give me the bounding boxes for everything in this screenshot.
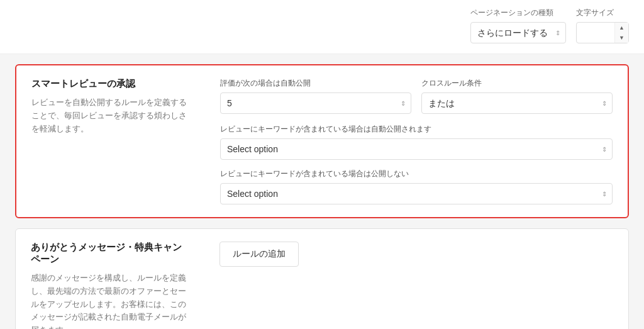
- thank-you-description: 感謝のメッセージを構成し、ルールを定義し、最先端の方法で最新のオファーとセールを…: [31, 272, 189, 329]
- pagination-select-wrapper[interactable]: さらにロードする: [470, 22, 566, 43]
- thank-you-left: ありがとうメッセージ・特典キャンペーン 感謝のメッセージを構成し、ルールを定義し…: [16, 229, 204, 329]
- fontsize-input-wrapper: 14 ▲ ▼: [576, 22, 629, 43]
- page-container: ページネーションの種類 さらにロードする 文字サイズ 14 ▲ ▼ スマートレビ…: [0, 0, 644, 329]
- keyword-auto-publish-select[interactable]: Select option: [221, 139, 612, 159]
- top-controls: ページネーションの種類 さらにロードする 文字サイズ 14 ▲ ▼: [0, 0, 644, 54]
- thank-you-section: ありがとうメッセージ・特典キャンペーン 感謝のメッセージを構成し、ルールを定義し…: [15, 228, 629, 329]
- smart-review-title: スマートレビューの承認: [31, 78, 190, 90]
- smart-review-right: 評価が次の場合は自動公開 5 クロスルール条件 または: [205, 65, 628, 217]
- keyword-auto-publish-label: レビューにキーワードが含まれている場合は自動公開されます: [220, 124, 613, 135]
- form-row-1: 評価が次の場合は自動公開 5 クロスルール条件 または: [220, 78, 613, 114]
- thank-you-title: ありがとうメッセージ・特典キャンペーン: [31, 242, 189, 265]
- auto-publish-select[interactable]: 5: [221, 93, 411, 113]
- pagination-label: ページネーションの種類: [470, 8, 566, 18]
- thank-you-right: ルールの追加: [204, 229, 628, 329]
- auto-publish-field: 評価が次の場合は自動公開 5: [220, 78, 411, 114]
- smart-review-left: スマートレビューの承認 レビューを自動公開するルールを定義することで、毎回レビュ…: [16, 65, 205, 217]
- keyword-hide-field: レビューにキーワードが含まれている場合は公開しない Select option: [220, 169, 613, 204]
- fontsize-input[interactable]: 14: [577, 23, 614, 43]
- keyword-auto-publish-select-wrapper[interactable]: Select option: [220, 138, 613, 160]
- smart-review-section: スマートレビューの承認 レビューを自動公開するルールを定義することで、毎回レビュ…: [15, 64, 629, 218]
- fontsize-label: 文字サイズ: [576, 8, 629, 18]
- pagination-group: ページネーションの種類 さらにロードする: [470, 8, 566, 43]
- fontsize-group: 文字サイズ 14 ▲ ▼: [576, 8, 629, 43]
- cross-rule-label: クロスルール条件: [421, 78, 613, 89]
- keyword-hide-select-wrapper[interactable]: Select option: [220, 183, 613, 204]
- keyword-hide-label: レビューにキーワードが含まれている場合は公開しない: [220, 169, 613, 179]
- fontsize-spinners: ▲ ▼: [614, 23, 628, 43]
- auto-publish-select-wrapper[interactable]: 5: [220, 92, 411, 114]
- smart-review-description: レビューを自動公開するルールを定義することで、毎回レビューを承認する煩わしさを軽…: [31, 96, 190, 135]
- cross-rule-field: クロスルール条件 または: [421, 78, 613, 114]
- keyword-hide-select[interactable]: Select option: [221, 184, 612, 204]
- fontsize-decrement[interactable]: ▼: [615, 33, 628, 43]
- auto-publish-label: 評価が次の場合は自動公開: [220, 78, 411, 89]
- cross-rule-select-wrapper[interactable]: または: [421, 92, 613, 114]
- add-rule-button[interactable]: ルールの追加: [219, 242, 299, 267]
- pagination-select[interactable]: さらにロードする: [471, 23, 565, 43]
- cross-rule-select[interactable]: または: [422, 93, 612, 113]
- add-rule-label: ルールの追加: [233, 248, 286, 260]
- fontsize-increment[interactable]: ▲: [615, 23, 628, 33]
- keyword-auto-publish-field: レビューにキーワードが含まれている場合は自動公開されます Select opti…: [220, 124, 613, 160]
